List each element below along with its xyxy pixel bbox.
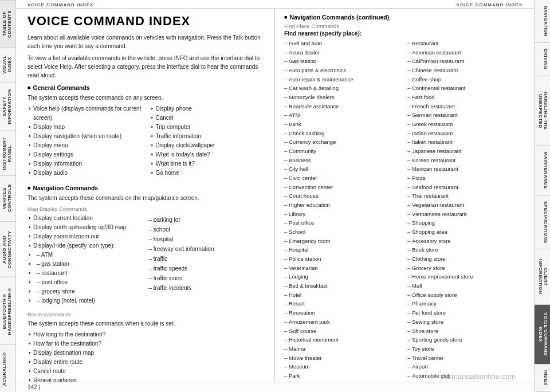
- sidebar-tab-index[interactable]: INDEX: [535, 364, 550, 392]
- fp-item: ATM: [284, 111, 402, 120]
- fp-item: Convention center: [284, 183, 402, 192]
- sidebar-tab-safety[interactable]: SAFETY INFORMATION: [0, 82, 15, 131]
- fp-item: Shopping: [407, 218, 525, 228]
- fp-item: Acura dealer: [284, 48, 402, 57]
- intro-line1: Learn about all available voice commands…: [28, 33, 265, 50]
- find-nearest-label: Find nearest (specify place):: [284, 30, 525, 37]
- fp-item: Hotel: [284, 291, 402, 300]
- fp-item: Italian restaurant: [407, 138, 525, 147]
- page-footer: 142 |: [16, 382, 534, 392]
- fp-item: Mall: [407, 281, 525, 291]
- list-item: Display zoom in/zoom out: [28, 232, 144, 241]
- sidebar-tab-maintenance[interactable]: MAINTENANCE: [535, 146, 550, 195]
- fp-item: Recreation: [284, 308, 402, 317]
- sidebar-tab-driving[interactable]: DRIVING: [535, 43, 550, 76]
- fp-item: Airport: [407, 362, 525, 371]
- sidebar-tab-specifications[interactable]: SPECIFICATIONS: [535, 195, 550, 250]
- fp-item: Chinese restaurant: [407, 66, 525, 75]
- list-item: Display current location: [28, 214, 144, 223]
- fp-item: Currency exchange: [284, 138, 402, 147]
- fp-item: Korean restaurant: [407, 156, 525, 165]
- list-item: Display destination map: [28, 348, 265, 358]
- sidebar-tab-navigation[interactable]: NAVIGATION: [535, 0, 550, 43]
- nav-commands-heading: Navigation Commands: [28, 185, 265, 191]
- list-item: – ATM: [28, 250, 144, 260]
- fp-item: Home improvement store: [407, 272, 525, 281]
- list-item: Voice help (displays commands for curren…: [28, 104, 143, 123]
- general-commands-list: Voice help (displays commands for curren…: [28, 104, 265, 180]
- fp-item: Post office: [284, 218, 402, 228]
- main-content: VOICE COMMAND INDEX VOICE COMMAND INDEX …: [16, 0, 534, 392]
- fp-item: Movie theater: [284, 354, 402, 363]
- fp-item: Bus station: [407, 381, 525, 382]
- general-commands-heading: General Commands: [28, 84, 265, 91]
- fp-item: Park: [284, 371, 402, 381]
- map-display-left: Display current location Display north u…: [28, 214, 144, 308]
- sidebar-tab-visual[interactable]: VISUAL INDEX: [0, 47, 15, 82]
- map-right-item: – traffic incidents: [149, 283, 266, 293]
- fp-item: Sporting goods store: [407, 335, 525, 344]
- fp-item: Motorcycle dealers: [284, 93, 402, 102]
- map-right-item: – parking lot: [149, 215, 266, 225]
- general-right-list: Display phone Cancel Trip computer Traff…: [150, 104, 266, 178]
- general-commands-desc: The system accepts these commands on any…: [28, 93, 265, 102]
- fp-item: Bank: [284, 120, 402, 129]
- fp-item: Sewing store: [407, 317, 525, 327]
- fp-item: Museum: [284, 362, 402, 371]
- list-item: Go home: [150, 168, 266, 178]
- fp-item: Lodging: [284, 272, 402, 281]
- sidebar-tab-toc[interactable]: TABLE OF CONTENTS: [0, 0, 15, 47]
- sidebar-tab-voice-command[interactable]: VOICE COMMAND INDEX: [535, 305, 550, 364]
- sidebar-tab-vehicle[interactable]: VEHICLE CONTROLS: [0, 175, 15, 221]
- sidebar-tab-audio[interactable]: AUDIO AND CONNECTIVITY: [0, 221, 15, 277]
- page-number-separator: |: [37, 384, 40, 390]
- nav-continued-heading: Navigation Commands (continued): [284, 14, 525, 21]
- list-item: Display menu: [28, 141, 143, 150]
- fp-item: Resort: [284, 299, 402, 308]
- fp-item: Automobile club: [407, 371, 525, 381]
- list-item: Display entire route: [28, 358, 265, 367]
- header-left-title: VOICE COMMAND INDEX: [28, 2, 93, 7]
- sidebar-tab-client[interactable]: CLIENT INFORMATION: [535, 249, 550, 304]
- sidebar-tab-bluetooth[interactable]: BLUETOOTH® HANDSFREELINK®: [0, 277, 15, 345]
- fp-item: School: [284, 228, 402, 237]
- right-sidebar: NAVIGATION DRIVING HANDLING THE UNEXPECT…: [534, 0, 550, 392]
- fp-item: Japanese restaurant: [407, 147, 525, 156]
- list-item: How far to the destination?: [28, 339, 265, 348]
- fp-item: Thai restaurant: [407, 191, 525, 201]
- fp-item: Hospital: [284, 245, 402, 254]
- find-place-col2: Restaurant American restaurant Californi…: [407, 39, 525, 382]
- fp-item: Higher education: [284, 201, 402, 210]
- map-display-section: Display current location Display north u…: [28, 214, 265, 308]
- fp-item: Coffee shop: [407, 75, 525, 84]
- fp-item: Bed & breakfast: [284, 281, 402, 291]
- list-item: How long to the destination?: [28, 330, 265, 339]
- list-item: Display phone: [150, 104, 266, 113]
- fp-item: Toy store: [407, 344, 525, 354]
- fp-item: Shopping area: [407, 228, 525, 237]
- fp-item: Business: [284, 156, 402, 165]
- sidebar-tab-handling[interactable]: HANDLING THE UNEXPECTED: [535, 76, 550, 146]
- map-display-subheading: Map Display Commands: [28, 206, 265, 212]
- fp-item: Community: [284, 147, 402, 156]
- page-number: 142: [28, 384, 37, 390]
- fp-item: Indian restaurant: [407, 129, 525, 138]
- fp-item: Amusement park: [284, 317, 402, 327]
- header-right-title: VOICE COMMAND INDEX: [457, 2, 522, 7]
- fp-item: Greek restaurant: [407, 120, 525, 129]
- sidebar-tab-acuralink[interactable]: ACURALINK®: [0, 344, 15, 392]
- fp-item: Golf course: [284, 327, 402, 336]
- fp-item: City hall: [284, 164, 402, 174]
- list-item: – post office: [28, 278, 144, 287]
- fp-item: Fast food: [407, 93, 525, 102]
- map-right-item: – traffic: [149, 254, 266, 264]
- sidebar-tab-instrument[interactable]: INSTRUMENT PANEL: [0, 131, 15, 176]
- fp-item: Court house: [284, 191, 402, 201]
- fp-item: Car wash & detailing: [284, 84, 402, 93]
- left-sidebar: TABLE OF CONTENTS VISUAL INDEX SAFETY IN…: [0, 0, 16, 392]
- fp-item: Pizza: [407, 174, 525, 183]
- right-page: Navigation Commands (continued) Find Pla…: [275, 9, 534, 382]
- fp-item: Auto parts & electronics: [284, 66, 402, 75]
- fp-item: Performing arts: [284, 381, 402, 382]
- map-right-item: – traffic icons: [149, 273, 266, 283]
